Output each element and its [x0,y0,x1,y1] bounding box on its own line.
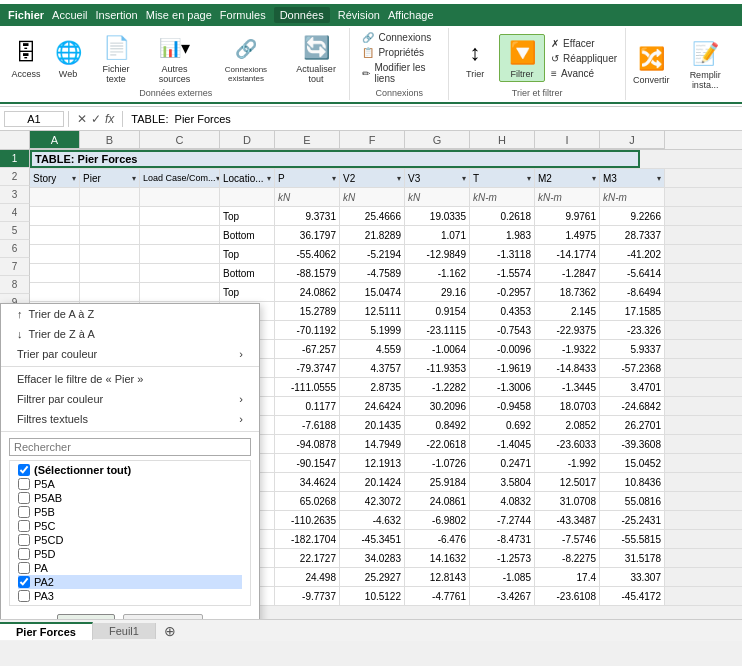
confirm-formula-icon[interactable]: ✓ [91,112,101,126]
cell-G16[interactable]: -22.0618 [405,435,470,453]
cell-b3[interactable] [80,188,140,206]
cell-F21[interactable]: -45.3451 [340,530,405,548]
cell-J4[interactable]: 9.2266 [600,207,665,225]
cell-I13[interactable]: -1.3445 [535,378,600,396]
cell-F7[interactable]: -4.7589 [340,264,405,282]
cell-H9[interactable]: 0.4353 [470,302,535,320]
cell-f3[interactable]: kN [340,188,405,206]
cell-E15[interactable]: -7.6188 [275,416,340,434]
ribbon-btn-effacer[interactable]: ✗ Effacer [547,37,621,50]
cell-F16[interactable]: 14.7949 [340,435,405,453]
cell-I11[interactable]: -1.9322 [535,340,600,358]
col-header-a[interactable]: A [30,131,80,149]
cell-I17[interactable]: -1.992 [535,454,600,472]
cell-E24[interactable]: -9.7737 [275,587,340,605]
cell-G9[interactable]: 0.9154 [405,302,470,320]
cell-I8[interactable]: 18.7362 [535,283,600,301]
cell-F15[interactable]: 20.1435 [340,416,405,434]
cell-H10[interactable]: -0.7543 [470,321,535,339]
cell-C6[interactable] [140,245,220,263]
row-num-5[interactable]: 5 [0,222,30,240]
cell-I21[interactable]: -7.5746 [535,530,600,548]
ribbon-btn-reappliquer[interactable]: ↺ Réappliquer [547,52,621,65]
ribbon-btn-trier[interactable]: ↕ Trier [453,35,497,81]
cell-i2[interactable]: M2▾ [535,169,600,187]
cell-h2[interactable]: T▾ [470,169,535,187]
cell-J11[interactable]: 5.9337 [600,340,665,358]
ribbon-tab-insertion[interactable]: Insertion [96,9,138,21]
cell-G12[interactable]: -11.9353 [405,359,470,377]
cell-J24[interactable]: -45.4172 [600,587,665,605]
cell-C8[interactable] [140,283,220,301]
dd-list-item-6[interactable]: P5D [18,547,242,561]
cell-F19[interactable]: 42.3072 [340,492,405,510]
ribbon-btn-actualiser-tout[interactable]: 🔄 Actualiser tout [287,30,346,86]
cell-G13[interactable]: -1.2282 [405,378,470,396]
dd-sort-za[interactable]: ↓ Trier de Z à A [1,324,259,344]
cell-J9[interactable]: 17.1585 [600,302,665,320]
dd-checkbox-5[interactable] [18,534,30,546]
cell-E5[interactable]: 36.1797 [275,226,340,244]
cell-I15[interactable]: 2.0852 [535,416,600,434]
cell-D4[interactable]: Top [220,207,275,225]
dd-list-item-8[interactable]: PA2 [18,575,242,589]
dd-list-item-3[interactable]: P5B [18,505,242,519]
cell-J19[interactable]: 55.0816 [600,492,665,510]
cell-J18[interactable]: 10.8436 [600,473,665,491]
cell-c2[interactable]: Load Case/Com...▾ [140,169,220,187]
cell-F5[interactable]: 21.8289 [340,226,405,244]
cell-H5[interactable]: 1.983 [470,226,535,244]
cell-F8[interactable]: 15.0474 [340,283,405,301]
cancel-formula-icon[interactable]: ✕ [77,112,87,126]
dd-checkbox-0[interactable] [18,464,30,476]
cell-I20[interactable]: -43.3487 [535,511,600,529]
cell-F24[interactable]: 10.5122 [340,587,405,605]
cell-J6[interactable]: -41.202 [600,245,665,263]
dd-sort-color[interactable]: Trier par couleur › [1,344,259,364]
cell-G4[interactable]: 19.0335 [405,207,470,225]
cell-G21[interactable]: -6.476 [405,530,470,548]
cell-H11[interactable]: -0.0096 [470,340,535,358]
cell-F18[interactable]: 20.1424 [340,473,405,491]
cell-I24[interactable]: -23.6108 [535,587,600,605]
cell-H18[interactable]: 3.5804 [470,473,535,491]
ribbon-btn-web[interactable]: 🌐 Web [48,35,88,81]
ribbon-tab-affichage[interactable]: Affichage [388,9,434,21]
dd-list-item-5[interactable]: P5CD [18,533,242,547]
cell-I12[interactable]: -14.8433 [535,359,600,377]
cell-G8[interactable]: 29.16 [405,283,470,301]
dd-list-item-1[interactable]: P5A [18,477,242,491]
ribbon-tab-donnees[interactable]: Données [274,7,330,23]
cell-F10[interactable]: 5.1999 [340,321,405,339]
cell-I16[interactable]: -23.6033 [535,435,600,453]
dd-checkbox-6[interactable] [18,548,30,560]
cell-G17[interactable]: -1.0726 [405,454,470,472]
cell-E19[interactable]: 65.0268 [275,492,340,510]
cell-I22[interactable]: -8.2275 [535,549,600,567]
cell-i3[interactable]: kN-m [535,188,600,206]
cell-G23[interactable]: 12.8143 [405,568,470,586]
cell-G18[interactable]: 25.9184 [405,473,470,491]
cell-I7[interactable]: -1.2847 [535,264,600,282]
dd-checkbox-7[interactable] [18,562,30,574]
cell-D8[interactable]: Top [220,283,275,301]
cell-A4[interactable] [30,207,80,225]
dd-list[interactable]: (Sélectionner tout)P5AP5ABP5BP5CP5CDP5DP… [9,460,251,606]
cell-E18[interactable]: 34.4624 [275,473,340,491]
cell-g2[interactable]: V3▾ [405,169,470,187]
cell-G14[interactable]: 30.2096 [405,397,470,415]
ribbon-btn-modifier-liens[interactable]: ✏ Modifier les liens [358,61,440,85]
cell-I5[interactable]: 1.4975 [535,226,600,244]
col-header-g[interactable]: G [405,131,470,149]
ribbon-btn-remplir[interactable]: 📝 Remplir insta... [674,36,736,92]
cell-e3[interactable]: kN [275,188,340,206]
cell-E8[interactable]: 24.0862 [275,283,340,301]
cell-d2[interactable]: Locatio...▾ [220,169,275,187]
cell-H8[interactable]: -0.2957 [470,283,535,301]
cell-H19[interactable]: 4.0832 [470,492,535,510]
cell-H20[interactable]: -7.2744 [470,511,535,529]
ribbon-btn-fichier-texte[interactable]: 📄 Fichier texte [90,30,142,86]
cell-G6[interactable]: -12.9849 [405,245,470,263]
cell-j2[interactable]: M3▾ [600,169,665,187]
ribbon-btn-convertir[interactable]: 🔀 Convertir [630,41,672,87]
